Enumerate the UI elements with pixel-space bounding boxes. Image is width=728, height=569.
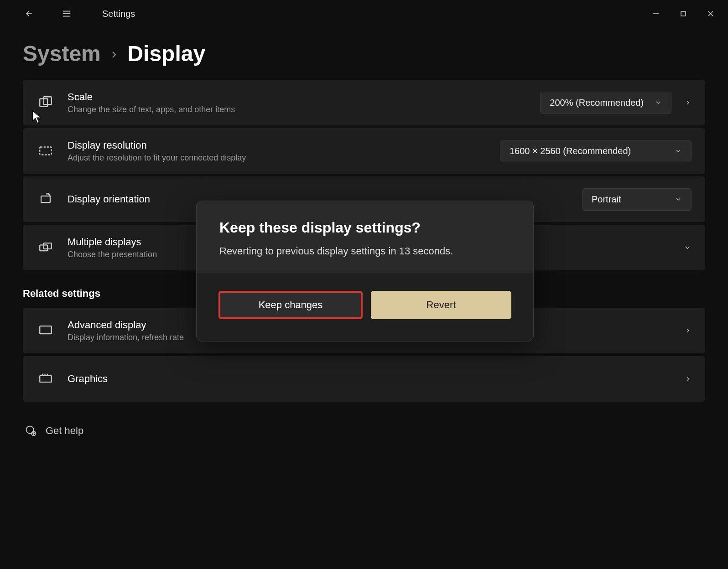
revert-label: Revert (426, 299, 456, 311)
dialog-message: Reverting to previous display settings i… (219, 245, 510, 257)
svg-rect-14 (40, 376, 52, 382)
scale-desc: Change the size of text, apps, and other… (68, 105, 527, 114)
resolution-icon (36, 142, 55, 160)
help-icon: ? (25, 424, 37, 437)
back-button[interactable] (16, 2, 43, 25)
keep-changes-label: Keep changes (259, 299, 323, 311)
minimize-button[interactable] (642, 2, 670, 25)
chevron-down-icon (675, 147, 682, 155)
dialog-title: Keep these display settings? (219, 219, 510, 236)
graphics-row[interactable]: Graphics (23, 356, 705, 402)
chevron-right-icon (684, 327, 692, 334)
get-help-link[interactable]: ? Get help (23, 415, 705, 437)
scale-value: 200% (Recommended) (550, 98, 644, 108)
chevron-right-icon (684, 375, 692, 383)
scale-icon (36, 93, 55, 112)
breadcrumb-parent[interactable]: System (23, 41, 101, 66)
orientation-dropdown[interactable]: Portrait (582, 188, 692, 211)
resolution-title: Display resolution (68, 140, 487, 151)
scale-title: Scale (68, 91, 527, 103)
confirm-dialog: Keep these display settings? Reverting t… (196, 201, 534, 341)
graphics-icon (36, 370, 55, 388)
svg-text:?: ? (33, 432, 35, 435)
revert-button[interactable]: Revert (371, 291, 511, 319)
keep-changes-button[interactable]: Keep changes (218, 291, 363, 319)
maximize-button[interactable] (670, 2, 697, 25)
svg-rect-10 (41, 196, 50, 202)
chevron-right-icon: › (112, 45, 117, 62)
orientation-icon (36, 190, 55, 208)
breadcrumb: System › Display (23, 41, 705, 66)
svg-rect-13 (40, 326, 52, 334)
chevron-down-icon (675, 196, 682, 203)
get-help-label: Get help (46, 425, 83, 437)
chevron-down-icon (683, 243, 692, 252)
svg-rect-9 (40, 147, 52, 155)
resolution-dropdown[interactable]: 1600 × 2560 (Recommended) (500, 140, 692, 162)
app-title: Settings (102, 9, 135, 19)
close-button[interactable] (697, 2, 724, 25)
page-title: Display (127, 41, 205, 66)
resolution-value: 1600 × 2560 (Recommended) (510, 146, 631, 156)
svg-rect-4 (681, 11, 686, 16)
monitor-icon (36, 321, 55, 340)
graphics-title: Graphics (68, 373, 671, 385)
menu-button[interactable] (53, 2, 80, 25)
scale-row[interactable]: Scale Change the size of text, apps, and… (23, 80, 705, 125)
resolution-desc: Adjust the resolution to fit your connec… (68, 153, 487, 163)
chevron-down-icon (655, 99, 662, 106)
multiple-displays-icon (36, 238, 55, 257)
scale-dropdown[interactable]: 200% (Recommended) (540, 92, 671, 114)
titlebar: Settings (0, 0, 728, 27)
orientation-value: Portrait (592, 194, 621, 205)
resolution-row[interactable]: Display resolution Adjust the resolution… (23, 128, 705, 174)
chevron-right-icon (684, 99, 692, 106)
